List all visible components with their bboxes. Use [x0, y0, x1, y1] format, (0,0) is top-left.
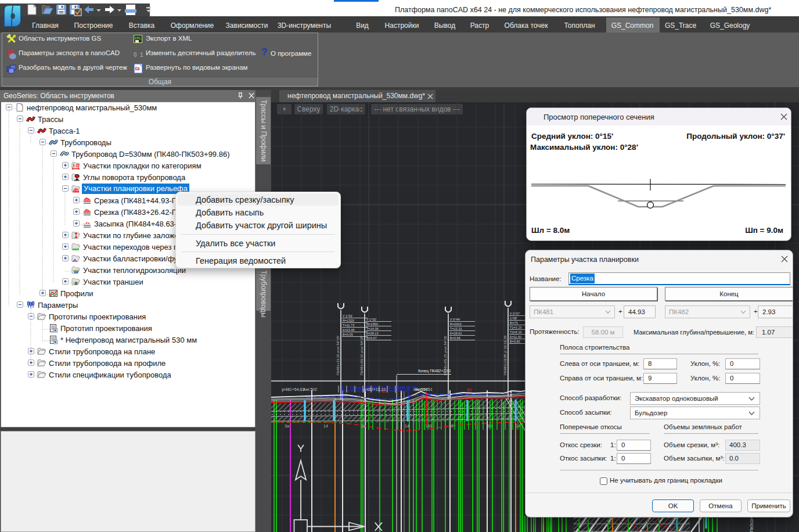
svg-text:Конец ПК482+2.93: Конец ПК482+2.93: [418, 369, 451, 373]
svg-text:К=26.61: К=26.61: [450, 332, 462, 335]
svg-text:ta: ta: [135, 66, 140, 71]
svg-text:T=13.31: T=13.31: [450, 327, 462, 330]
svg-text:I-II: I-II: [73, 163, 80, 168]
svg-text:R=75: R=75: [510, 321, 518, 325]
svg-text:XML: XML: [134, 36, 142, 41]
svg-text:R=2010: R=2010: [450, 322, 462, 326]
svg-text:Б=0.06: Б=0.06: [450, 336, 460, 340]
svg-text:R=1320: R=1320: [343, 319, 354, 322]
svg-text:К=28.13: К=28.13: [366, 332, 379, 335]
svg-text:39: 39: [487, 424, 492, 428]
svg-text:Б=0.07: Б=0.07: [366, 336, 377, 340]
svg-text:3а: 3а: [285, 424, 289, 428]
svg-text:?: ?: [261, 46, 267, 57]
svg-text:ПК481+50,16 угол 56°25': ПК481+50,16 угол 56°25': [360, 336, 363, 375]
svg-text:ПК483+19,05 уг 10,16,35: ПК483+19,05 уг 10,16,35: [503, 335, 507, 375]
svg-text:140: 140: [425, 424, 432, 428]
svg-text:уг481+54,63: уг481+54,63: [282, 387, 304, 392]
svg-text:T=14.06: T=14.06: [366, 327, 379, 330]
svg-text:Анг.502: Анг.502: [303, 387, 317, 391]
svg-text:Б=0.86: Б=0.86: [510, 340, 520, 343]
svg-text:У 0°07': У 0°07': [510, 312, 520, 315]
svg-text:T2=8.36: T2=8.36: [510, 330, 522, 334]
svg-text:Анг.504: Анг.504: [413, 387, 427, 391]
svg-text:,: ,: [137, 53, 139, 60]
svg-text:3а: 3а: [361, 424, 366, 428]
svg-text:К=11.60: К=11.60: [510, 335, 521, 339]
svg-text:Б=0.05: Б=0.05: [343, 333, 353, 336]
svg-text:14: 14: [323, 424, 328, 428]
svg-text:1°08': 1°08': [510, 317, 517, 320]
svg-text:T=11.73: T=11.73: [343, 323, 354, 327]
svg-text:ВУ: ВУ: [467, 388, 472, 392]
svg-text:У 1°02': У 1°02': [366, 318, 377, 321]
svg-text:T1=3.25: T1=3.25: [510, 326, 522, 329]
svg-text:1: 1: [140, 52, 143, 58]
svg-text:R=1950: R=1950: [366, 322, 378, 326]
svg-text:ПК481+33,10 угол 54°15': ПК481+33,10 угол 54°15': [336, 336, 340, 375]
svg-text:уг482+15,10: уг482+15,10: [363, 387, 386, 392]
svg-text:14: 14: [405, 424, 409, 428]
svg-text:К=23.46: К=23.46: [343, 328, 355, 332]
svg-text:У 1°01': У 1°01': [343, 314, 353, 318]
svg-text:У 0°44': У 0°44': [450, 318, 460, 321]
